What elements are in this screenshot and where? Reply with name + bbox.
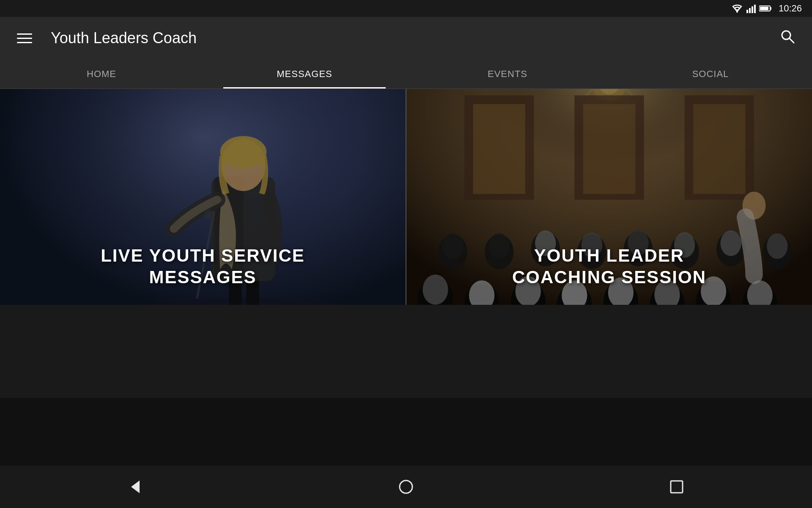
- tab-events[interactable]: EVENTS: [406, 59, 609, 88]
- svg-rect-1: [746, 10, 748, 13]
- status-time: 10:26: [779, 3, 802, 14]
- hamburger-menu-button[interactable]: [17, 33, 32, 43]
- battery-icon: [759, 5, 772, 12]
- right-panel-label: YOUTH LEADER COACHING SESSION: [406, 245, 812, 288]
- status-icons: 10:26: [731, 3, 802, 14]
- svg-rect-7: [760, 7, 768, 10]
- panel-live-youth[interactable]: LIVE YOUTH SERVICE MESSAGES: [0, 89, 406, 305]
- home-button[interactable]: [389, 474, 423, 500]
- svg-rect-2: [749, 8, 751, 13]
- back-button[interactable]: [118, 474, 152, 500]
- bottom-black-area: [0, 398, 812, 466]
- tab-bar: HOME MESSAGES EVENTS SOCIAL: [0, 59, 812, 89]
- content-area: LIVE YOUTH SERVICE MESSAGES: [0, 89, 812, 305]
- svg-rect-3: [752, 6, 753, 13]
- svg-rect-6: [770, 7, 771, 10]
- tab-home[interactable]: HOME: [0, 59, 203, 88]
- recent-apps-button[interactable]: [660, 474, 694, 500]
- app-title: Youth Leaders Coach: [51, 29, 197, 47]
- svg-marker-67: [131, 480, 140, 493]
- wifi-icon: [731, 4, 743, 13]
- svg-line-9: [790, 39, 794, 43]
- tab-messages[interactable]: MESSAGES: [203, 59, 406, 88]
- panel-coaching[interactable]: YOUTH LEADER COACHING SESSION: [406, 89, 812, 305]
- search-button[interactable]: [780, 29, 795, 48]
- bottom-nav-bar: [0, 466, 812, 508]
- tab-social[interactable]: SOCIAL: [609, 59, 812, 88]
- status-bar: 10:26: [0, 0, 812, 17]
- left-panel-label: LIVE YOUTH SERVICE MESSAGES: [0, 245, 406, 288]
- svg-point-68: [400, 480, 412, 493]
- app-bar: Youth Leaders Coach: [0, 17, 812, 59]
- svg-point-0: [736, 11, 738, 13]
- svg-rect-69: [671, 481, 683, 493]
- signal-icon: [746, 4, 756, 13]
- svg-rect-4: [754, 5, 756, 13]
